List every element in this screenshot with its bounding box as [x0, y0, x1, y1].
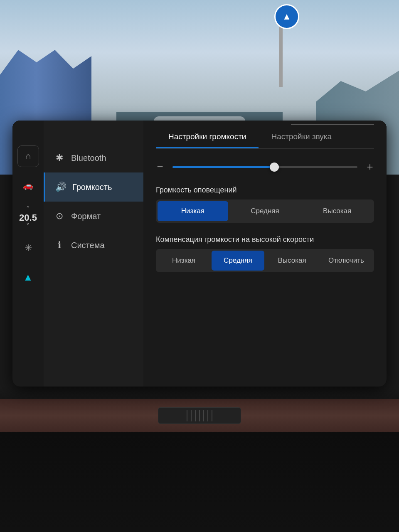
volume-slider-fill [172, 166, 274, 168]
navigation-icon: ▲ [23, 271, 33, 283]
traffic-sign [274, 4, 299, 29]
volume-slider-thumb[interactable] [270, 163, 279, 172]
menu-item-format[interactable]: ⊙ Формат [44, 202, 143, 231]
notif-low-button[interactable]: Низкая [158, 201, 228, 221]
volume-slider-track[interactable] [172, 166, 357, 168]
sidebar-item-car[interactable]: 🚗 [17, 175, 39, 196]
tab-volume-settings[interactable]: Настройки громкости [156, 125, 259, 148]
speed-high-button[interactable]: Высокая [266, 251, 318, 271]
temp-up-button[interactable]: ˄ [26, 206, 30, 212]
system-icon: ℹ [54, 240, 65, 251]
speed-medium-button[interactable]: Средняя [212, 251, 264, 271]
sidebar-item-navigation[interactable]: ▲ [17, 266, 39, 288]
notification-volume-group: Низкая Средняя Высокая [156, 200, 374, 223]
infotainment-screen: 🔈 ✱ □ ⌂ 🚗 ˄ 20.5 ˅ ✳ ▲ ✱ Bluetooth 🔊 Г [12, 121, 387, 387]
top-divider [291, 124, 374, 125]
fan-icon: ✳ [25, 243, 32, 254]
notif-medium-button[interactable]: Средняя [230, 201, 300, 221]
temperature-value: 20.5 [19, 212, 37, 223]
speed-low-button[interactable]: Низкая [158, 251, 210, 271]
sidebar-item-climate[interactable]: ✳ [17, 237, 39, 259]
menu-item-volume[interactable]: 🔊 Громкость [44, 172, 143, 202]
menu-item-bluetooth[interactable]: ✱ Bluetooth [44, 143, 143, 172]
speed-off-button[interactable]: Отключить [320, 251, 372, 271]
menu-item-system[interactable]: ℹ Система [44, 231, 143, 260]
main-content-area: Настройки громкости Настройки звука − + … [143, 121, 387, 387]
volume-icon: 🔊 [55, 182, 66, 192]
volume-increase-button[interactable]: + [366, 160, 374, 173]
notification-volume-section: Громкость оповещений Низкая Средняя Высо… [156, 186, 374, 223]
notif-high-button[interactable]: Высокая [302, 201, 372, 221]
notification-volume-label: Громкость оповещений [156, 186, 374, 195]
temperature-control: ˄ 20.5 ˅ [19, 206, 37, 230]
menu-label-volume: Громкость [72, 182, 112, 192]
speed-compensation-group: Низкая Средняя Высокая Отключить [156, 249, 374, 272]
speed-compensation-section: Компенсация громкости на высокой скорост… [156, 235, 374, 272]
sidebar: ⌂ 🚗 ˄ 20.5 ˅ ✳ ▲ [12, 121, 44, 387]
menu-label-system: Система [71, 241, 105, 250]
air-vent [158, 407, 241, 424]
menu-label-format: Формат [71, 212, 101, 221]
volume-decrease-button[interactable]: − [156, 160, 164, 173]
tabs-row: Настройки громкости Настройки звука [156, 125, 374, 149]
speed-compensation-label: Компенсация громкости на высокой скорост… [156, 235, 374, 244]
bluetooth-icon: ✱ [54, 153, 65, 163]
tab-sound-settings[interactable]: Настройки звука [259, 125, 344, 148]
settings-menu: ✱ Bluetooth 🔊 Громкость ⊙ Формат ℹ Систе… [44, 121, 143, 387]
sidebar-item-home[interactable]: ⌂ [17, 145, 39, 167]
home-icon: ⌂ [25, 151, 31, 162]
menu-label-bluetooth: Bluetooth [71, 153, 106, 163]
temp-down-button[interactable]: ˅ [26, 223, 30, 230]
format-icon: ⊙ [54, 211, 65, 222]
car-icon: 🚗 [23, 180, 33, 190]
volume-slider-row: − + [156, 160, 374, 173]
